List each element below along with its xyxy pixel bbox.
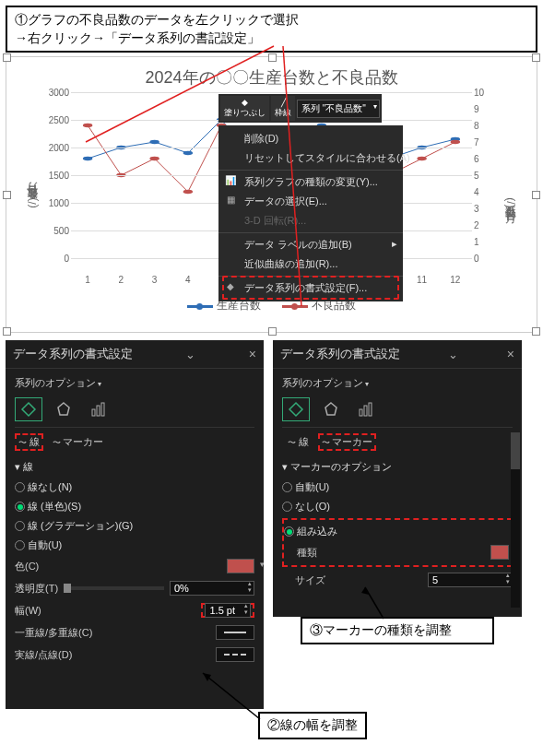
svg-point-14 xyxy=(149,157,159,160)
marker-type-picker[interactable]: ▾ xyxy=(490,545,509,560)
svg-point-12 xyxy=(83,124,92,127)
radio-icon xyxy=(15,482,25,492)
tab-marker[interactable]: 〜 マーカー xyxy=(47,433,110,451)
y-right-tick: 1 xyxy=(474,237,502,247)
radio-icon xyxy=(15,540,25,550)
step2-note: ②線の幅を調整 xyxy=(258,712,367,715)
fill-line-icon[interactable] xyxy=(15,397,42,421)
panel-header: データ系列の書式設定 ⌄ × xyxy=(273,340,522,369)
context-menu-item[interactable]: 近似曲線の追加(R)... xyxy=(218,254,403,274)
scrollbar-thumb[interactable] xyxy=(511,432,520,469)
radio-marker-none[interactable]: なし(O) xyxy=(282,497,513,516)
menu-item-label: 3-D 回転(R)... xyxy=(244,215,306,226)
radio-gradient[interactable]: 線 (グラデーション)(G) xyxy=(15,516,254,536)
right-stack: データ系列の書式設定 ⌄ × 系列のオプション 〜 線 〜 マーカー ▾ マーカ… xyxy=(273,340,537,617)
svg-marker-27 xyxy=(58,403,69,415)
y-left-tick: 1000 xyxy=(41,198,69,208)
y2-axis-label: 不良品数(台/月) xyxy=(502,198,518,208)
radio-none[interactable]: 線なし(N) xyxy=(15,478,254,497)
y-left-ticks: 050010001500200025003000 xyxy=(41,92,69,258)
field-transparency: 透明度(T) 0% xyxy=(15,577,254,599)
effects-icon[interactable] xyxy=(317,397,345,421)
series-options-icon[interactable] xyxy=(85,397,112,421)
context-menu-item[interactable]: 削除(D) xyxy=(218,129,403,148)
close-icon[interactable]: × xyxy=(507,347,514,361)
chart-object[interactable]: 2024年の〇〇生産台数と不良品数 生産台数(台/月) 不良品数(台/月) 05… xyxy=(6,56,537,333)
y-right-tick: 10 xyxy=(474,88,502,98)
y-left-tick: 2500 xyxy=(41,115,69,125)
series-options-dropdown[interactable]: 系列のオプション xyxy=(282,374,513,392)
context-menu-item[interactable]: 📊系列グラフの種類の変更(Y)... xyxy=(218,172,403,192)
y-right-tick: 6 xyxy=(474,154,502,164)
context-menu-item[interactable]: ◆データ系列の書式設定(F)... xyxy=(218,278,403,298)
field-width: 幅(W) 1.5 pt xyxy=(15,599,254,621)
marker-size-input[interactable]: 5 xyxy=(428,573,513,587)
chart-title: 2024年の〇〇生産台数と不良品数 xyxy=(25,66,518,89)
menu-item-label: リセットしてスタイルに合わせる(A) xyxy=(244,152,410,163)
y-left-tick: 500 xyxy=(41,226,69,236)
svg-rect-35 xyxy=(369,403,372,416)
context-menu-item[interactable]: ▦データの選択(E)... xyxy=(218,192,403,211)
blank-icon xyxy=(224,257,237,270)
dash-label: 実線/点線(D) xyxy=(15,648,72,662)
context-menu-item[interactable]: リセットしてスタイルに合わせる(A) xyxy=(218,148,403,168)
transparency-slider[interactable] xyxy=(64,586,164,590)
radio-icon xyxy=(282,482,292,492)
tab-line[interactable]: 〜 線 xyxy=(282,433,314,451)
panel-header: データ系列の書式設定 ⌄ × xyxy=(6,340,264,369)
mini-toolbar: ◆ 塗りつぶし ╱ 枠線 系列 "不良品数" xyxy=(218,94,382,123)
radio-icon xyxy=(284,526,294,537)
radio-marker-builtin[interactable]: 組み込み xyxy=(284,522,509,541)
svg-marker-26 xyxy=(22,403,35,416)
radio-icon xyxy=(15,502,25,512)
category-icons xyxy=(282,392,513,428)
close-icon[interactable]: × xyxy=(249,347,256,361)
tab-marker[interactable]: 〜 マーカー xyxy=(318,433,377,451)
y1-axis-label: 生産台数(台/月) xyxy=(25,198,41,208)
caret-down-icon[interactable]: ⌄ xyxy=(448,348,458,361)
series-dropdown[interactable]: 系列 "不良品数" xyxy=(297,100,380,118)
radio-icon xyxy=(282,502,292,512)
svg-rect-34 xyxy=(364,406,367,416)
blank-icon xyxy=(224,132,237,145)
outline-button[interactable]: ╱ 枠線 xyxy=(271,96,295,121)
width-input[interactable]: 1.5 pt xyxy=(205,603,251,618)
y-left-tick: 3000 xyxy=(41,88,69,98)
menu-item-label: 近似曲線の追加(R)... xyxy=(244,258,337,269)
y-right-tick: 5 xyxy=(474,171,502,181)
fill-line-icon[interactable] xyxy=(282,397,310,421)
svg-point-0 xyxy=(83,157,92,160)
compound-picker[interactable] xyxy=(216,625,254,640)
caret-down-icon[interactable]: ⌄ xyxy=(185,348,195,361)
context-menu-item[interactable]: データ ラベルの追加(B)▸ xyxy=(218,235,403,254)
width-label: 幅(W) xyxy=(15,604,41,618)
svg-point-22 xyxy=(417,157,426,160)
tab-line[interactable]: 〜 線 xyxy=(15,433,43,451)
y-left-tick: 1500 xyxy=(41,171,69,181)
series-options-icon[interactable] xyxy=(352,397,380,421)
effects-icon[interactable] xyxy=(50,397,77,421)
panels-row: データ系列の書式設定 ⌄ × 系列のオプション 〜 線 〜 マーカー ▾ 線 線… xyxy=(6,340,537,709)
svg-marker-31 xyxy=(289,403,302,416)
color-picker[interactable] xyxy=(227,559,254,573)
series-options-dropdown[interactable]: 系列のオプション xyxy=(15,374,254,392)
y-right-ticks: 012345678910 xyxy=(474,92,502,258)
menu-item-label: データ ラベルの追加(B) xyxy=(244,239,352,250)
scrollbar[interactable] xyxy=(511,432,520,608)
pen-icon: ╱ xyxy=(281,98,286,107)
svg-point-2 xyxy=(149,140,159,144)
y-right-tick: 7 xyxy=(474,137,502,148)
radio-auto[interactable]: 自動(U) xyxy=(15,536,254,555)
svg-marker-32 xyxy=(325,403,336,415)
field-marker-size: サイズ 5 xyxy=(282,569,513,591)
radio-marker-auto[interactable]: 自動(U) xyxy=(282,478,513,497)
tabs: 〜 線 〜 マーカー xyxy=(15,428,254,456)
blank-icon xyxy=(224,238,237,251)
fill-button[interactable]: ◆ 塗りつぶし xyxy=(220,96,269,121)
radio-solid[interactable]: 線 (単色)(S) xyxy=(15,497,254,516)
transparency-input[interactable]: 0% xyxy=(170,581,254,596)
y-right-tick: 3 xyxy=(474,204,502,214)
y-right-tick: 8 xyxy=(474,121,502,131)
dash-picker[interactable] xyxy=(216,647,254,662)
svg-point-15 xyxy=(183,190,193,194)
